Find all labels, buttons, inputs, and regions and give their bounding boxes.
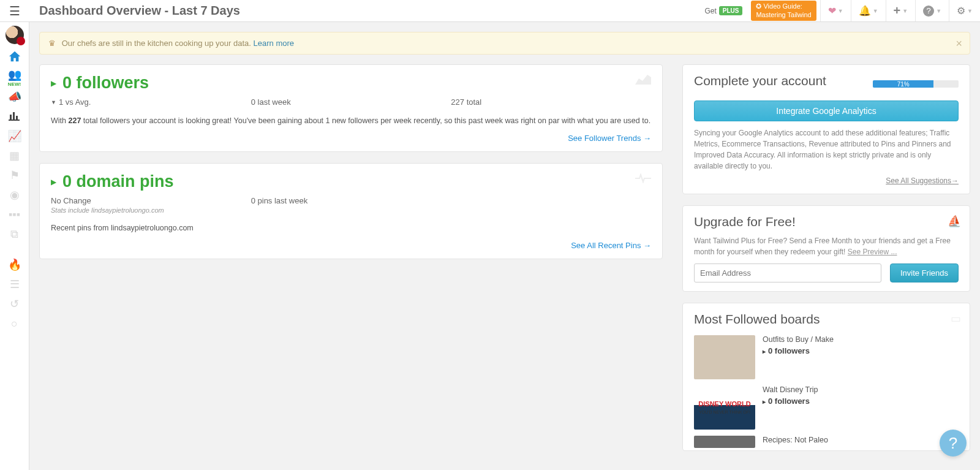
sidebar-flag[interactable]: ⚑ [0,165,29,185]
area-chart-icon [635,74,651,88]
board-thumbnail [694,436,755,448]
complete-desc: Syncing your Google Analytics account to… [694,127,959,172]
favorites-button[interactable]: ❤▼ [820,0,851,21]
apps-icon: ▪▪▪ [9,208,20,221]
domain-pins-card: ▶ 0 domain pins No Change 0 pins last we… [39,163,663,259]
see-recent-pins-link[interactable]: See All Recent Pins → [51,241,651,250]
megaphone-icon: 📣 [8,90,21,104]
board-thumbnail [694,335,755,379]
see-follower-trends-link[interactable]: See Follower Trends → [51,134,651,143]
sidebar-history[interactable]: ↺ [0,294,29,314]
progress-bar: 71% [873,80,959,88]
sidebar-circle[interactable]: ○ [0,314,29,333]
bar-chart-icon [9,110,21,124]
stats-note: Stats include lindsaypietroluongo.com [51,207,651,214]
main-content: ♛ Our chefs are still in the kitchen coo… [29,22,980,470]
see-all-suggestions-link[interactable]: See All Suggestions→ [694,176,959,185]
sidebar-megaphone[interactable]: 📣 [0,87,29,107]
recent-pins-label: Recent pins from lindsaypietroluongo.com [51,224,651,232]
upgrade-heading: Upgrade for Free! [694,214,959,229]
sidebar-community[interactable]: 👥 NEW! [0,67,29,87]
boards-heading: Most Followed boards [694,312,959,327]
pins-title: 0 domain pins [62,172,174,191]
integrate-ga-button[interactable]: Integrate Google Analytics [694,100,959,121]
email-input[interactable] [694,263,881,282]
activity-icon [635,172,651,186]
board-item[interactable]: Recipes: Not Paleo [694,436,959,448]
top-actions: Get PLUS ✪ Video Guide: Mastering Tailwi… [699,0,980,21]
page-title: Dashboard Overview - Last 7 Days [39,4,699,18]
top-bar: ☰ Dashboard Overview - Last 7 Days Get P… [0,0,980,22]
upgrade-desc: Want Tailwind Plus for Free? Send a Free… [694,235,959,257]
expand-icon[interactable]: ▶ [51,79,56,88]
add-button[interactable]: +▼ [886,0,916,21]
boards-icon: ▭ [951,312,961,325]
sidebar-fire[interactable]: 🔥 [0,255,29,275]
get-plus-button[interactable]: Get PLUS [699,6,747,15]
sidebar-grid[interactable]: ▦ [0,146,29,165]
trend-icon: 📈 [8,129,21,143]
fire-icon: 🔥 [8,258,21,271]
boards-card: ▭ Most Followed boards Outfits to Buy / … [682,303,970,451]
sidebar-analytics[interactable] [0,107,29,126]
sidebar-home[interactable] [0,48,29,67]
progress-fill: 71% [873,80,933,88]
flag-icon: ⚑ [10,169,20,182]
notice-learn-more-link[interactable]: Learn more [254,39,294,48]
sidebar-globe[interactable]: ◉ [0,185,29,205]
down-icon: ▼ [51,99,56,105]
crown-icon: ♛ [48,39,56,48]
followers-title: 0 followers [62,74,149,93]
sidebar-stack[interactable]: ⧉ [0,224,29,244]
circle-icon: ○ [11,317,18,330]
new-badge: NEW! [8,82,21,87]
settings-button[interactable]: ⚙▼ [949,0,980,21]
notice-text: Our chefs are still in the kitchen cooki… [62,39,251,48]
upgrade-card: ⛵ Upgrade for Free! Want Tailwind Plus f… [682,205,970,292]
list-icon: ☰ [10,278,20,291]
svg-rect-2 [16,116,18,119]
hamburger-menu[interactable]: ☰ [0,4,29,18]
followers-card: ▶ 0 followers ▼1 vs Avg. 0 last week 227… [39,64,663,152]
history-icon: ↺ [10,297,19,311]
complete-heading: Complete your account [694,74,826,88]
board-item[interactable]: DISNEY WORLDYOU'D NEVER THINK OF! Walt D… [694,385,959,430]
home-icon [8,50,21,66]
invite-friends-button[interactable]: Invite Friends [890,263,959,282]
board-item[interactable]: Outfits to Buy / Make 0 followers [694,335,959,379]
svg-rect-0 [10,115,12,119]
sidebar-list[interactable]: ☰ [0,275,29,294]
grid-icon: ▦ [9,149,20,162]
svg-rect-3 [9,119,20,121]
complete-account-card: Complete your account 71% Integrate Goog… [682,64,970,194]
cooking-notice: ♛ Our chefs are still in the kitchen coo… [39,32,970,55]
stack-icon: ⧉ [10,228,18,241]
notifications-button[interactable]: 🔔▼ [851,0,886,21]
notice-close[interactable]: × [956,37,962,50]
expand-icon[interactable]: ▶ [51,178,56,186]
avatar[interactable] [6,26,24,44]
followers-description: With 227 total followers your account is… [51,116,651,125]
see-preview-link[interactable]: See Preview ... [848,248,897,256]
help-fab[interactable]: ? [940,430,967,457]
sidebar-trends[interactable]: 📈 [0,126,29,146]
globe-icon: ◉ [10,188,20,202]
video-guide-button[interactable]: ✪ Video Guide: Mastering Tailwind [751,1,816,20]
sidebar-apps[interactable]: ▪▪▪ [0,205,29,224]
sidebar: 👥 NEW! 📣 📈 ▦ ⚑ ◉ ▪▪▪ ⧉ 🔥 ☰ ↺ ○ [0,22,29,470]
help-button[interactable]: ?▼ [915,0,949,21]
people-icon: 👥 [8,68,21,81]
board-thumbnail: DISNEY WORLDYOU'D NEVER THINK OF! [694,385,755,430]
ship-icon: ⛵ [948,214,961,228]
svg-rect-1 [13,112,15,119]
